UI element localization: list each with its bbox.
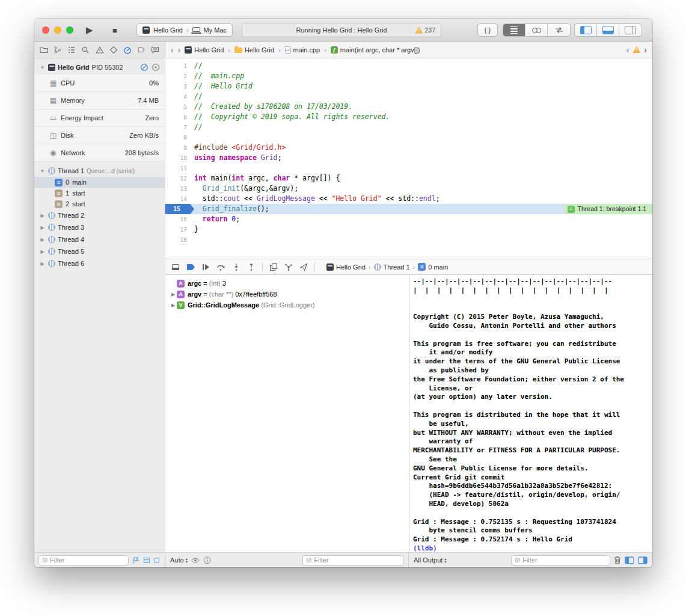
navigator-filter-field[interactable] [38,555,129,565]
toggle-inspectors-button[interactable] [619,24,642,36]
version-editor-button[interactable] [548,24,570,36]
variable-row[interactable]: Aargc = (int) 3 [165,278,409,289]
continue-button[interactable] [202,263,210,271]
line-number[interactable]: 6 [165,112,194,122]
jumpbar-crumb-symbol[interactable]: f main(int argc, char * argv[]) [331,46,420,54]
code-line-18[interactable]: 18 [165,235,652,245]
quicklook-eye-icon[interactable] [191,557,200,564]
standard-editor-button[interactable] [503,24,525,36]
thread-row-2[interactable]: ▶Thread 2 [34,209,165,221]
debug-crumb-thread[interactable]: Thread 1 [374,263,410,271]
gauge-row-disk[interactable]: ◫DiskZero KB/s [34,127,165,144]
run-button[interactable]: ▶ [86,19,93,42]
line-number[interactable]: 10 [165,153,194,163]
code-line-1[interactable]: 1// [165,61,652,71]
window-close-button[interactable] [42,26,49,34]
jumpbar-crumb-project[interactable]: Hello Grid [185,46,224,54]
code-line-11[interactable]: 11 [165,163,652,173]
jumpbar-crumb-group[interactable]: Hello Grid [234,46,274,54]
step-over-button[interactable] [216,263,225,271]
disclosure-closed-icon[interactable]: ▶ [39,213,46,218]
breakpoint-indicator[interactable]: 15 [165,204,194,214]
code-line-14[interactable]: 14 std::cout << GridLogMessage << "Hello… [165,194,652,204]
code-line-4[interactable]: 4// [165,91,652,102]
variables-filter-field[interactable] [302,555,403,565]
pause-process-icon[interactable] [140,63,149,72]
hide-debug-area-button[interactable] [171,263,180,271]
code-line-15[interactable]: 15 Grid_finalize();≡Thread 1: breakpoint… [165,204,652,214]
symbol-navigator-icon[interactable] [67,46,76,54]
process-row[interactable]: ▼ Hello Grid PID 55302 [34,59,165,75]
filter-running-threads-icon[interactable] [153,556,161,564]
debug-crumb-process[interactable]: Hello Grid [326,263,366,271]
show-variables-view-toggle[interactable] [625,556,634,564]
breakpoint-navigator-icon[interactable] [137,46,145,54]
window-zoom-button[interactable] [66,26,73,34]
line-number[interactable]: 12 [165,173,194,183]
line-number[interactable]: 11 [165,163,194,173]
filter-stack-frames-icon[interactable] [143,556,150,564]
debug-crumb-frame[interactable]: ≣ 0 main [418,263,448,271]
back-button[interactable]: ‹ [171,46,174,54]
view-hierarchy-button[interactable] [269,263,278,271]
thread-row-6[interactable]: ▶Thread 6 [34,257,165,270]
debug-navigator-icon[interactable] [123,46,132,54]
previous-issue-button[interactable]: ‹ [626,46,629,54]
disclosure-closed-icon[interactable]: ▶ [39,249,46,254]
line-number[interactable]: 9 [165,143,194,153]
warning-icon[interactable] [632,46,640,53]
warning-count-badge[interactable]: 237 [415,23,435,37]
disclosure-closed-icon[interactable]: ▶ [39,237,46,242]
thread-row-5[interactable]: ▶Thread 5 [34,245,165,257]
memory-debug-icon[interactable] [152,63,160,72]
code-line-16[interactable]: 16 return 0; [165,214,652,224]
line-number[interactable]: 8 [165,132,194,143]
stack-frame-0[interactable]: ≣0main [34,177,165,188]
stop-button[interactable]: ■ [112,19,117,42]
disclosure-closed-icon[interactable]: ▶ [170,303,176,308]
toggle-breakpoints-button[interactable] [186,263,195,271]
code-line-17[interactable]: 17} [165,224,652,235]
step-into-button[interactable] [232,263,240,271]
gauge-row-energy-impact[interactable]: ▭Energy ImpactZero [34,109,165,127]
line-number[interactable]: 17 [165,224,194,235]
test-navigator-icon[interactable] [109,46,118,54]
line-number[interactable]: 3 [165,81,194,91]
thread-row-4[interactable]: ▶Thread 4 [34,233,165,245]
code-line-2[interactable]: 2// main.cpp [165,71,652,81]
issue-navigator-icon[interactable] [96,46,104,54]
thread-row-3[interactable]: ▶Thread 3 [34,221,165,233]
variable-row[interactable]: ▶Aargv = (char **) 0x7ffeefbff568 [165,289,409,300]
scheme-selector[interactable]: Hello Grid › My Mac [136,23,233,37]
activity-viewer[interactable]: Running Hello Grid : Hello Grid 237 [242,23,441,37]
console-filter-input[interactable] [522,556,607,564]
disclosure-closed-icon[interactable]: ▶ [39,261,46,266]
thread-row-1[interactable]: ▼Thread 1Queue:...d (serial) [34,165,165,177]
filter-flag-toggle-icon[interactable] [132,556,139,564]
gauge-row-cpu[interactable]: ▦CPU0% [34,75,165,92]
line-number[interactable]: 18 [165,235,194,245]
line-number[interactable]: 7 [165,122,194,132]
navigator-filter-input[interactable] [50,556,125,564]
gauge-row-memory[interactable]: ▤Memory7.4 MB [34,92,165,109]
line-number[interactable]: 13 [165,183,194,194]
line-number[interactable]: 2 [165,71,194,81]
console-view[interactable]: --|--|--|--|--|--|--|--|--|--|--|--|--|-… [409,275,652,552]
report-navigator-icon[interactable] [151,46,159,54]
source-editor[interactable]: 1//2// main.cpp3// Hello Grid4//5// Crea… [165,58,652,259]
console-scope-popup[interactable]: All Output ▴▾ [414,556,447,564]
window-minimize-button[interactable] [54,26,61,34]
memory-graph-button[interactable] [284,263,293,271]
stack-frame-1[interactable]: ≣1start [34,188,165,199]
variables-scope-popup[interactable]: Auto ▴▾ [170,556,188,564]
toggle-navigator-button[interactable] [575,24,597,36]
jumpbar-crumb-file[interactable]: ++ main.cpp [285,46,320,54]
code-line-8[interactable]: 8 [165,132,652,143]
show-console-view-toggle[interactable] [638,556,648,564]
next-issue-button[interactable]: › [644,46,647,54]
code-line-9[interactable]: 9#include <Grid/Grid.h> [165,143,652,153]
line-number[interactable]: 14 [165,194,194,204]
gauge-row-network[interactable]: ◉Network208 bytes/s [34,144,165,162]
source-control-navigator-icon[interactable] [54,46,62,54]
line-number[interactable]: 5 [165,102,194,112]
